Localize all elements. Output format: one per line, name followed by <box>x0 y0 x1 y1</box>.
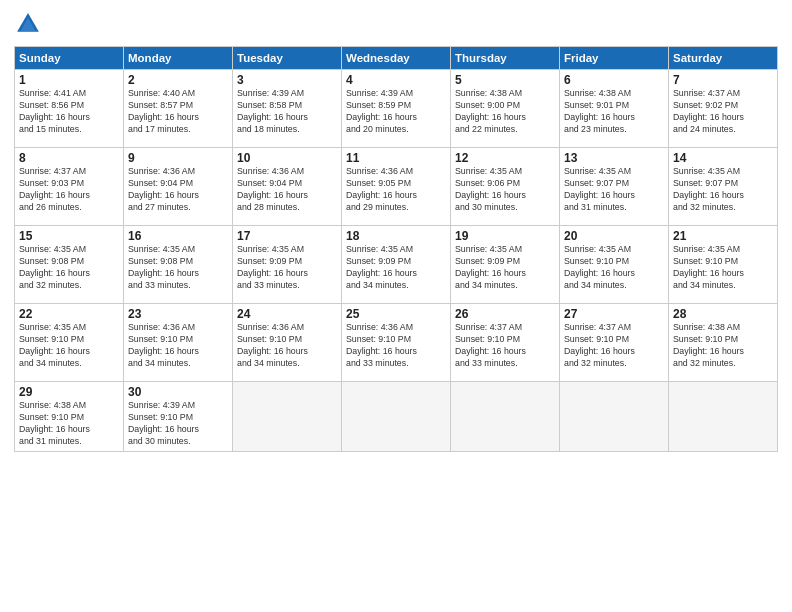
calendar-cell: 20Sunrise: 4:35 AM Sunset: 9:10 PM Dayli… <box>560 226 669 304</box>
calendar-cell: 21Sunrise: 4:35 AM Sunset: 9:10 PM Dayli… <box>669 226 778 304</box>
day-number: 22 <box>19 307 119 321</box>
calendar-cell: 7Sunrise: 4:37 AM Sunset: 9:02 PM Daylig… <box>669 70 778 148</box>
day-number: 14 <box>673 151 773 165</box>
day-info: Sunrise: 4:39 AM Sunset: 9:10 PM Dayligh… <box>128 400 228 448</box>
day-number: 18 <box>346 229 446 243</box>
calendar-cell: 10Sunrise: 4:36 AM Sunset: 9:04 PM Dayli… <box>233 148 342 226</box>
calendar-cell: 26Sunrise: 4:37 AM Sunset: 9:10 PM Dayli… <box>451 304 560 382</box>
day-info: Sunrise: 4:35 AM Sunset: 9:08 PM Dayligh… <box>19 244 119 292</box>
calendar-cell <box>342 382 451 452</box>
day-number: 2 <box>128 73 228 87</box>
calendar-cell: 3Sunrise: 4:39 AM Sunset: 8:58 PM Daylig… <box>233 70 342 148</box>
calendar-cell: 2Sunrise: 4:40 AM Sunset: 8:57 PM Daylig… <box>124 70 233 148</box>
calendar-cell: 24Sunrise: 4:36 AM Sunset: 9:10 PM Dayli… <box>233 304 342 382</box>
day-info: Sunrise: 4:36 AM Sunset: 9:10 PM Dayligh… <box>346 322 446 370</box>
calendar-cell: 8Sunrise: 4:37 AM Sunset: 9:03 PM Daylig… <box>15 148 124 226</box>
day-number: 20 <box>564 229 664 243</box>
calendar-cell: 9Sunrise: 4:36 AM Sunset: 9:04 PM Daylig… <box>124 148 233 226</box>
day-number: 13 <box>564 151 664 165</box>
calendar-cell: 28Sunrise: 4:38 AM Sunset: 9:10 PM Dayli… <box>669 304 778 382</box>
logo-icon <box>14 10 42 38</box>
day-number: 6 <box>564 73 664 87</box>
page-header <box>14 10 778 38</box>
day-number: 24 <box>237 307 337 321</box>
day-number: 26 <box>455 307 555 321</box>
day-info: Sunrise: 4:36 AM Sunset: 9:04 PM Dayligh… <box>128 166 228 214</box>
day-info: Sunrise: 4:41 AM Sunset: 8:56 PM Dayligh… <box>19 88 119 136</box>
day-number: 28 <box>673 307 773 321</box>
day-info: Sunrise: 4:37 AM Sunset: 9:10 PM Dayligh… <box>564 322 664 370</box>
weekday-header: Friday <box>560 47 669 70</box>
calendar-cell: 23Sunrise: 4:36 AM Sunset: 9:10 PM Dayli… <box>124 304 233 382</box>
day-info: Sunrise: 4:38 AM Sunset: 9:10 PM Dayligh… <box>19 400 119 448</box>
weekday-header: Thursday <box>451 47 560 70</box>
day-number: 4 <box>346 73 446 87</box>
day-number: 23 <box>128 307 228 321</box>
day-info: Sunrise: 4:37 AM Sunset: 9:10 PM Dayligh… <box>455 322 555 370</box>
day-info: Sunrise: 4:37 AM Sunset: 9:02 PM Dayligh… <box>673 88 773 136</box>
calendar-header-row: SundayMondayTuesdayWednesdayThursdayFrid… <box>15 47 778 70</box>
day-number: 21 <box>673 229 773 243</box>
calendar-cell: 6Sunrise: 4:38 AM Sunset: 9:01 PM Daylig… <box>560 70 669 148</box>
day-info: Sunrise: 4:35 AM Sunset: 9:10 PM Dayligh… <box>673 244 773 292</box>
day-number: 7 <box>673 73 773 87</box>
calendar-cell: 30Sunrise: 4:39 AM Sunset: 9:10 PM Dayli… <box>124 382 233 452</box>
day-number: 1 <box>19 73 119 87</box>
weekday-header: Sunday <box>15 47 124 70</box>
day-number: 16 <box>128 229 228 243</box>
day-info: Sunrise: 4:35 AM Sunset: 9:09 PM Dayligh… <box>455 244 555 292</box>
day-info: Sunrise: 4:35 AM Sunset: 9:10 PM Dayligh… <box>19 322 119 370</box>
calendar-cell: 18Sunrise: 4:35 AM Sunset: 9:09 PM Dayli… <box>342 226 451 304</box>
weekday-header: Tuesday <box>233 47 342 70</box>
calendar-cell: 5Sunrise: 4:38 AM Sunset: 9:00 PM Daylig… <box>451 70 560 148</box>
calendar-cell: 15Sunrise: 4:35 AM Sunset: 9:08 PM Dayli… <box>15 226 124 304</box>
calendar-cell: 13Sunrise: 4:35 AM Sunset: 9:07 PM Dayli… <box>560 148 669 226</box>
day-info: Sunrise: 4:35 AM Sunset: 9:07 PM Dayligh… <box>673 166 773 214</box>
calendar-cell: 1Sunrise: 4:41 AM Sunset: 8:56 PM Daylig… <box>15 70 124 148</box>
calendar-cell <box>669 382 778 452</box>
calendar-cell: 14Sunrise: 4:35 AM Sunset: 9:07 PM Dayli… <box>669 148 778 226</box>
calendar-cell: 16Sunrise: 4:35 AM Sunset: 9:08 PM Dayli… <box>124 226 233 304</box>
day-info: Sunrise: 4:35 AM Sunset: 9:08 PM Dayligh… <box>128 244 228 292</box>
day-number: 25 <box>346 307 446 321</box>
day-info: Sunrise: 4:36 AM Sunset: 9:10 PM Dayligh… <box>237 322 337 370</box>
calendar-cell: 17Sunrise: 4:35 AM Sunset: 9:09 PM Dayli… <box>233 226 342 304</box>
day-info: Sunrise: 4:35 AM Sunset: 9:09 PM Dayligh… <box>237 244 337 292</box>
day-info: Sunrise: 4:35 AM Sunset: 9:07 PM Dayligh… <box>564 166 664 214</box>
day-info: Sunrise: 4:35 AM Sunset: 9:06 PM Dayligh… <box>455 166 555 214</box>
day-number: 30 <box>128 385 228 399</box>
day-number: 27 <box>564 307 664 321</box>
calendar-cell: 4Sunrise: 4:39 AM Sunset: 8:59 PM Daylig… <box>342 70 451 148</box>
day-number: 12 <box>455 151 555 165</box>
day-info: Sunrise: 4:38 AM Sunset: 9:01 PM Dayligh… <box>564 88 664 136</box>
day-number: 10 <box>237 151 337 165</box>
day-info: Sunrise: 4:35 AM Sunset: 9:09 PM Dayligh… <box>346 244 446 292</box>
calendar-table: SundayMondayTuesdayWednesdayThursdayFrid… <box>14 46 778 452</box>
calendar-cell <box>233 382 342 452</box>
calendar-cell: 11Sunrise: 4:36 AM Sunset: 9:05 PM Dayli… <box>342 148 451 226</box>
day-info: Sunrise: 4:36 AM Sunset: 9:04 PM Dayligh… <box>237 166 337 214</box>
calendar-cell: 27Sunrise: 4:37 AM Sunset: 9:10 PM Dayli… <box>560 304 669 382</box>
calendar-cell: 19Sunrise: 4:35 AM Sunset: 9:09 PM Dayli… <box>451 226 560 304</box>
day-info: Sunrise: 4:36 AM Sunset: 9:05 PM Dayligh… <box>346 166 446 214</box>
day-info: Sunrise: 4:39 AM Sunset: 8:58 PM Dayligh… <box>237 88 337 136</box>
calendar-cell <box>451 382 560 452</box>
day-number: 15 <box>19 229 119 243</box>
calendar-cell: 29Sunrise: 4:38 AM Sunset: 9:10 PM Dayli… <box>15 382 124 452</box>
weekday-header: Saturday <box>669 47 778 70</box>
day-number: 17 <box>237 229 337 243</box>
day-info: Sunrise: 4:36 AM Sunset: 9:10 PM Dayligh… <box>128 322 228 370</box>
day-number: 11 <box>346 151 446 165</box>
day-number: 29 <box>19 385 119 399</box>
logo <box>14 10 46 38</box>
day-info: Sunrise: 4:40 AM Sunset: 8:57 PM Dayligh… <box>128 88 228 136</box>
weekday-header: Monday <box>124 47 233 70</box>
day-number: 19 <box>455 229 555 243</box>
calendar-cell: 22Sunrise: 4:35 AM Sunset: 9:10 PM Dayli… <box>15 304 124 382</box>
day-info: Sunrise: 4:37 AM Sunset: 9:03 PM Dayligh… <box>19 166 119 214</box>
day-info: Sunrise: 4:39 AM Sunset: 8:59 PM Dayligh… <box>346 88 446 136</box>
day-number: 8 <box>19 151 119 165</box>
weekday-header: Wednesday <box>342 47 451 70</box>
calendar-cell <box>560 382 669 452</box>
day-number: 3 <box>237 73 337 87</box>
